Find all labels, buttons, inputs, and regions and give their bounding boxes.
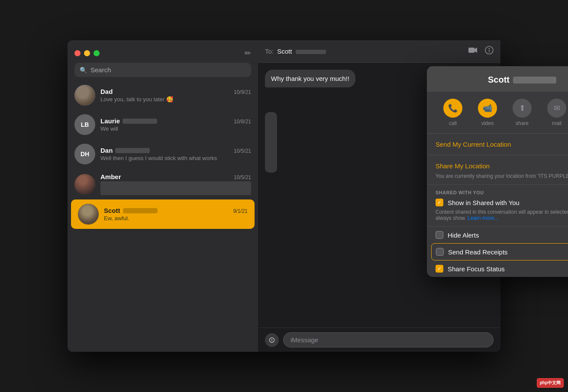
- contact-popover: Scott 📞 call 📹 video ⬆ share ✉ mail: [427, 66, 568, 277]
- search-input[interactable]: [90, 66, 246, 74]
- conversation-item-amber[interactable]: Amber 10/5/21: [68, 169, 258, 199]
- hide-alerts-row: Hide Alerts: [427, 227, 568, 243]
- conv-name-amber: Amber: [100, 173, 121, 180]
- conv-info-dan: Dan 10/5/21 Well then I guess I would st…: [100, 147, 251, 161]
- share-location-section: Share My Location You are currently shar…: [427, 155, 568, 185]
- mail-label: mail: [552, 120, 562, 126]
- avatar-laurie: LB: [74, 114, 95, 135]
- conv-header-amber: Amber 10/5/21: [100, 173, 251, 180]
- conv-date-laurie: 10/8/21: [234, 119, 251, 125]
- conversation-item-dad[interactable]: Dad 10/9/21 Love you, talk to you later …: [68, 80, 258, 110]
- conv-preview-scott: Ew, awful.: [104, 215, 248, 222]
- conv-date-scott: 9/1/21: [233, 208, 248, 214]
- video-icon: 📹: [478, 99, 497, 118]
- send-location-section: Send My Current Location: [427, 134, 568, 155]
- hide-alerts-checkbox[interactable]: [436, 231, 443, 239]
- app-store-button[interactable]: [265, 333, 279, 347]
- conv-preview-laurie: We will: [100, 125, 251, 132]
- popover-actions: 📞 call 📹 video ⬆ share ✉ mail 👤 info: [427, 92, 568, 134]
- search-bar: 🔍: [74, 63, 251, 77]
- compose-icon[interactable]: ✏: [245, 48, 251, 58]
- hide-alerts-label: Hide Alerts: [448, 231, 479, 239]
- shared-sublabel: Content shared in this conversation will…: [436, 209, 568, 221]
- share-label: share: [516, 120, 529, 126]
- conv-date-dan: 10/5/21: [234, 148, 251, 154]
- conv-info-laurie: Laurie 10/8/21 We will: [100, 117, 251, 132]
- conv-name-dan: Dan: [100, 147, 150, 154]
- conv-date-dad: 10/9/21: [234, 89, 251, 95]
- show-shared-label: Show in Shared with You: [448, 199, 520, 206]
- send-read-receipts-checkbox[interactable]: [436, 248, 444, 256]
- message-bubble-incoming: Why thank you very much!!: [265, 70, 355, 87]
- conv-preview-dad: Love you, talk to you later 🥰: [100, 96, 251, 103]
- conv-header-dan: Dan 10/5/21: [100, 147, 251, 154]
- chat-header: To: Scott: [258, 40, 500, 63]
- video-call-icon[interactable]: [468, 47, 478, 56]
- titlebar: ✏: [68, 40, 258, 63]
- conv-header-dad: Dad 10/9/21: [100, 88, 251, 95]
- shared-with-you-section: SHARED WITH YOU ✓ Show in Shared with Yo…: [427, 185, 568, 227]
- share-location-sublabel: You are currently sharing your location …: [436, 173, 568, 179]
- call-icon: 📞: [443, 99, 462, 118]
- conv-info-scott: Scott 9/1/21 Ew, awful.: [104, 207, 248, 222]
- show-shared-row: ✓ Show in Shared with You: [436, 199, 568, 206]
- send-read-receipts-label: Send Read Receipts: [448, 248, 508, 256]
- share-focus-row: ✓ Share Focus Status: [427, 260, 568, 277]
- conversation-item-dan[interactable]: DH Dan 10/5/21 Well then I guess I would…: [68, 139, 258, 169]
- traffic-lights: [74, 50, 100, 56]
- maximize-button[interactable]: [94, 50, 100, 56]
- share-focus-label: Share Focus Status: [448, 265, 505, 273]
- conversation-item-laurie[interactable]: LB Laurie 10/8/21 We will: [68, 110, 258, 139]
- show-shared-checkbox[interactable]: ✓: [436, 199, 443, 206]
- avatar-amber: [74, 174, 95, 195]
- search-icon: 🔍: [80, 67, 87, 74]
- conv-info-dad: Dad 10/9/21 Love you, talk to you later …: [100, 88, 251, 103]
- info-icon[interactable]: [485, 46, 494, 57]
- share-location-link[interactable]: Share My Location: [436, 161, 568, 171]
- conv-name-laurie: Laurie: [100, 117, 157, 125]
- close-button[interactable]: [74, 50, 81, 56]
- imessage-input[interactable]: iMessage: [283, 332, 494, 347]
- action-video[interactable]: 📹 video: [478, 99, 497, 126]
- popover-contact-name: Scott: [436, 75, 568, 85]
- avatar-scott: [78, 204, 99, 225]
- send-location-link[interactable]: Send My Current Location: [436, 139, 568, 150]
- chat-contact-name: Scott: [277, 48, 292, 55]
- app-window: ✏ 🔍 Dad 10/9/21 Love you, talk to you la…: [68, 40, 500, 352]
- svg-rect-0: [468, 48, 474, 53]
- share-icon: ⬆: [513, 99, 532, 118]
- avatar-dad: [74, 85, 95, 106]
- action-share[interactable]: ⬆ share: [513, 99, 532, 126]
- conversation-item-scott[interactable]: Scott 9/1/21 Ew, awful.: [71, 199, 255, 229]
- conv-date-amber: 10/5/21: [234, 174, 251, 180]
- video-label: video: [481, 120, 494, 126]
- conv-preview-amber: [100, 181, 251, 195]
- call-label: call: [449, 120, 457, 126]
- conversation-list: Dad 10/9/21 Love you, talk to you later …: [68, 80, 258, 352]
- avatar-dan: DH: [74, 144, 95, 164]
- conv-name-scott: Scott: [104, 207, 158, 214]
- conv-header-scott: Scott 9/1/21: [104, 207, 248, 214]
- chat-to: To: Scott: [265, 48, 326, 55]
- svg-point-3: [489, 48, 490, 49]
- action-call[interactable]: 📞 call: [443, 99, 462, 126]
- chat-actions: [468, 46, 494, 57]
- popover-header: Scott: [427, 66, 568, 92]
- send-read-receipts-row: Send Read Receipts: [431, 243, 568, 260]
- share-focus-checkbox[interactable]: ✓: [436, 265, 443, 273]
- mail-icon: ✉: [547, 99, 566, 118]
- sidebar: ✏ 🔍 Dad 10/9/21 Love you, talk to you la…: [68, 40, 258, 352]
- php-watermark: php中文网: [537, 378, 564, 388]
- conv-name-dad: Dad: [100, 88, 113, 95]
- chat-to-label: To:: [265, 48, 274, 55]
- conv-preview-dan: Well then I guess I would stick with wha…: [100, 155, 251, 161]
- chat-input-area: iMessage: [258, 328, 500, 352]
- conv-info-amber: Amber 10/5/21: [100, 173, 251, 195]
- conv-header-laurie: Laurie 10/8/21: [100, 117, 251, 125]
- minimize-button[interactable]: [84, 50, 90, 56]
- blurred-message: [265, 112, 277, 173]
- shared-with-you-label: SHARED WITH YOU: [436, 190, 568, 195]
- learn-more-link[interactable]: Learn more...: [468, 215, 498, 221]
- action-mail[interactable]: ✉ mail: [547, 99, 566, 126]
